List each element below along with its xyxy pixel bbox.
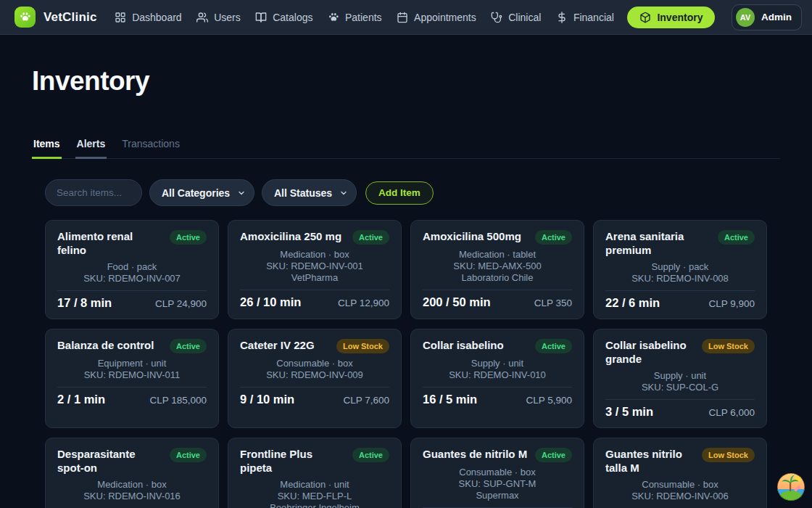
dashboard-icon — [115, 12, 126, 23]
item-sku: SKU: RDEMO-INV-016 — [57, 491, 207, 502]
item-meta: Medication · tablet SKU: MED-AMX-500 Lab… — [423, 249, 572, 284]
item-meta: Supply · unit SKU: SUP-COL-G — [605, 370, 755, 393]
nav-item-appointments[interactable]: Appointments — [395, 7, 478, 28]
inventory-card[interactable]: Desparasitante spot-on Active Medication… — [45, 438, 219, 508]
item-sku: SKU: RDEMO-INV-008 — [605, 273, 755, 284]
inventory-card[interactable]: Cateter IV 22G Low Stock Consumable · bo… — [228, 329, 402, 428]
item-type: Supply · unit — [423, 358, 572, 369]
item-title: Desparasitante spot-on — [57, 447, 164, 475]
item-type: Consumable · box — [240, 358, 389, 369]
dollar-icon — [556, 12, 568, 23]
item-meta: Medication · unit SKU: MED-FLP-L Boehrin… — [240, 479, 389, 508]
status-filter-select[interactable]: All Statuses — [262, 179, 357, 206]
content-area: All Categories All Statuses Add Item Ali… — [32, 179, 780, 508]
inventory-card[interactable]: Collar isabelino Active Supply · unit SK… — [410, 329, 584, 428]
item-meta: Supply · pack SKU: RDEMO-INV-008 — [605, 261, 755, 284]
filter-row: All Categories All Statuses Add Item — [45, 179, 767, 206]
divider — [605, 290, 755, 291]
item-title: Amoxicilina 250 mg — [240, 229, 341, 243]
divider — [423, 290, 572, 290]
item-stock: 200 / 50 min — [423, 295, 491, 309]
item-price: CLP 350 — [534, 298, 572, 308]
item-manufacturer: VetPharma — [240, 272, 389, 284]
brand[interactable]: VetClinic — [14, 7, 97, 28]
calendar-icon — [397, 12, 408, 23]
divider — [57, 290, 207, 291]
inventory-card[interactable]: Amoxicilina 250 mg Active Medication · b… — [228, 220, 402, 319]
divider — [605, 399, 755, 400]
nav-item-dashboard[interactable]: Dashboard — [113, 7, 183, 28]
inventory-card[interactable]: Balanza de control Active Equipment · un… — [45, 329, 219, 428]
item-sku: SKU: RDEMO-INV-011 — [57, 369, 207, 381]
search-input[interactable] — [45, 179, 142, 206]
status-badge: Active — [352, 448, 389, 462]
add-item-button[interactable]: Add Item — [365, 181, 434, 205]
item-sku: SKU: SUP-COL-G — [605, 382, 755, 393]
nav-item-patients[interactable]: Patients — [326, 7, 384, 28]
item-meta: Medication · box SKU: RDEMO-INV-016 — [57, 479, 207, 502]
avatar: AV — [736, 8, 755, 27]
item-stock: 9 / 10 min — [240, 393, 294, 406]
island-mascot-button[interactable] — [776, 472, 805, 501]
item-manufacturer: Boehringer Ingelheim — [240, 502, 389, 508]
inventory-card[interactable]: Arena sanitaria premium Active Supply · … — [593, 220, 767, 319]
item-type: Medication · unit — [240, 479, 389, 491]
item-title: Collar isabelino — [423, 338, 504, 352]
item-stock: 22 / 6 min — [605, 296, 660, 310]
tab-bar: Items Alerts Transactions — [32, 132, 780, 159]
item-sku: SKU: RDEMO-INV-006 — [605, 491, 755, 502]
nav-item-inventory[interactable]: Inventory — [627, 7, 715, 28]
nav-item-financial[interactable]: Financial — [555, 7, 616, 28]
item-sku: SKU: RDEMO-INV-001 — [240, 261, 389, 272]
item-manufacturer: Laboratorio Chile — [423, 272, 572, 284]
item-stock: 26 / 10 min — [240, 295, 301, 309]
item-title: Frontline Plus pipeta — [240, 447, 347, 475]
item-sku: SKU: MED-FLP-L — [240, 491, 389, 502]
item-meta: Supply · unit SKU: RDEMO-INV-010 — [423, 358, 572, 381]
tab-items[interactable]: Items — [32, 132, 62, 159]
inventory-card[interactable]: Guantes nitrilo talla M Low Stock Consum… — [593, 438, 767, 508]
divider — [240, 387, 389, 388]
nav-item-users[interactable]: Users — [195, 7, 242, 28]
users-icon — [196, 12, 208, 23]
status-badge: Low Stock — [702, 448, 755, 462]
divider — [240, 290, 389, 290]
status-badge: Low Stock — [336, 339, 389, 353]
item-type: Consumable · box — [605, 479, 755, 491]
inventory-card[interactable]: Frontline Plus pipeta Active Medication … — [228, 438, 402, 508]
item-meta: Equipment · unit SKU: RDEMO-INV-011 — [57, 358, 207, 381]
inventory-card[interactable]: Amoxicilina 500mg Active Medication · ta… — [410, 220, 584, 319]
item-type: Medication · box — [240, 249, 389, 261]
item-price: CLP 5,900 — [526, 395, 572, 406]
item-stock: 2 / 1 min — [57, 393, 105, 406]
item-title: Cateter IV 22G — [240, 338, 315, 352]
item-stock: 3 / 5 min — [605, 405, 653, 419]
inventory-grid: Alimento renal felino Active Food · pack… — [45, 220, 767, 508]
item-meta: Consumable · box SKU: SUP-GNT-M Supermax — [423, 467, 572, 501]
inventory-card[interactable]: Guantes de nitrilo M Active Consumable ·… — [410, 438, 584, 508]
main-nav: Dashboard Users Catalogs Patients Appoin… — [102, 7, 727, 28]
tab-transactions[interactable]: Transactions — [120, 132, 181, 159]
item-sku: SKU: RDEMO-INV-009 — [240, 369, 389, 381]
book-icon — [255, 12, 267, 23]
item-meta: Consumable · box SKU: RDEMO-INV-006 — [605, 479, 755, 502]
item-type: Medication · tablet — [423, 249, 572, 261]
nav-item-clinical[interactable]: Clinical — [489, 7, 542, 28]
status-badge: Active — [352, 230, 389, 245]
user-menu[interactable]: AV Admin — [732, 4, 802, 30]
item-sku: SKU: RDEMO-INV-007 — [57, 273, 207, 284]
inventory-card[interactable]: Alimento renal felino Active Food · pack… — [45, 220, 219, 319]
item-meta: Consumable · box SKU: RDEMO-INV-009 — [240, 358, 389, 381]
item-title: Guantes de nitrilo M — [423, 447, 527, 461]
inventory-card[interactable]: Collar isabelino grande Low Stock Supply… — [593, 329, 767, 428]
item-meta: Medication · box SKU: RDEMO-INV-001 VetP… — [240, 249, 389, 284]
status-badge: Active — [535, 448, 572, 462]
tab-alerts[interactable]: Alerts — [75, 132, 107, 159]
status-badge: Active — [535, 339, 572, 353]
status-badge: Low Stock — [702, 339, 755, 353]
item-stock: 17 / 8 min — [57, 296, 112, 310]
nav-item-catalogs[interactable]: Catalogs — [254, 7, 314, 28]
package-icon — [639, 12, 651, 23]
category-filter-select[interactable]: All Categories — [149, 179, 254, 206]
item-meta: Food · pack SKU: RDEMO-INV-007 — [57, 261, 207, 284]
